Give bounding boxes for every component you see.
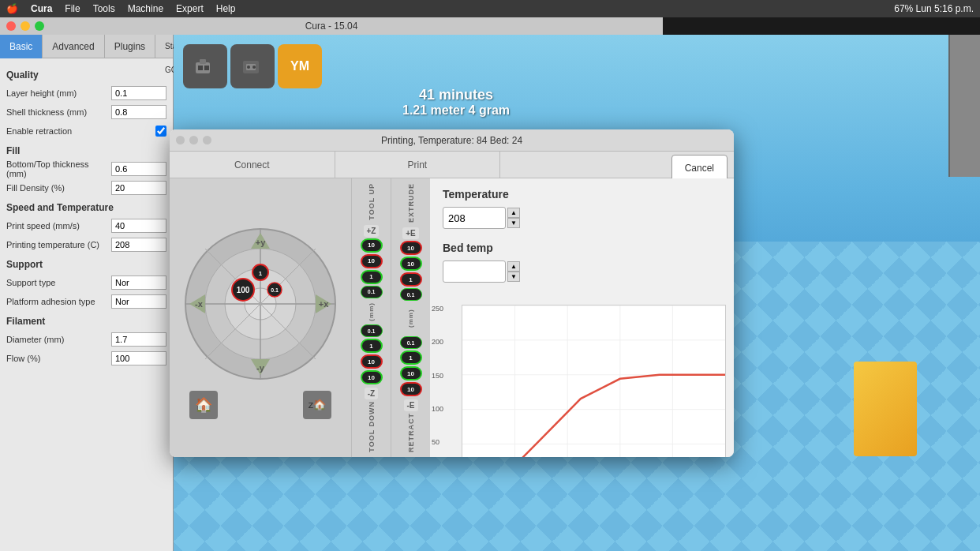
chart: [462, 305, 726, 457]
ret-01-btn[interactable]: 0.1: [400, 336, 422, 349]
ret-1-btn[interactable]: 1: [400, 350, 422, 365]
shell-thickness-row: Shell thickness (mm): [0, 103, 173, 122]
temperature-input[interactable]: [443, 207, 506, 229]
printing-dialog[interactable]: Printing, Temperature: 84 Bed: 24 Connec…: [170, 129, 734, 457]
print-button[interactable]: Print: [335, 152, 501, 178]
modal-maximize[interactable]: [203, 136, 211, 144]
quality-header: Quality: [0, 65, 173, 84]
bed-temp-label: Bed temp: [443, 242, 721, 254]
extrude-up-buttons: 10 10 1 0.1: [400, 241, 422, 301]
support-type-row: Support type: [0, 273, 173, 292]
file-menu[interactable]: File: [65, 3, 80, 14]
shell-thickness-input[interactable]: [111, 105, 166, 119]
layer-height-label: Layer height (mm): [6, 88, 111, 98]
print-speed-input[interactable]: [111, 219, 166, 233]
ext-100-btn[interactable]: 10: [400, 241, 422, 255]
maximize-button[interactable]: [35, 21, 44, 31]
z-step-100-btn[interactable]: 10: [361, 238, 383, 253]
chart-container: 250 200 150 100 50 0: [430, 305, 734, 457]
tab-plugins[interactable]: Plugins: [105, 35, 155, 58]
layer-height-row: Layer height (mm): [0, 84, 173, 103]
apple-menu[interactable]: 🍎: [6, 3, 18, 14]
svg-rect-1: [200, 59, 206, 64]
machine-menu[interactable]: Machine: [128, 3, 163, 14]
home-buttons: 🏠 z🏠: [181, 391, 339, 419]
print-speed-row: Print speed (mm/s): [0, 216, 173, 235]
mm-label-z: (mm): [368, 300, 375, 324]
temp-spin-up[interactable]: ▲: [507, 208, 520, 218]
chart-label-100: 100: [432, 405, 443, 413]
diameter-input[interactable]: [111, 332, 166, 347]
fill-density-input[interactable]: [111, 181, 166, 195]
app-menu[interactable]: Cura: [31, 3, 52, 14]
plus-e-button[interactable]: +E: [402, 227, 419, 239]
tool-icon-1[interactable]: [183, 44, 227, 88]
window-title: Cura - 15.04: [305, 21, 358, 32]
enable-retraction-checkbox[interactable]: [155, 126, 166, 137]
print-temp-input[interactable]: [111, 238, 166, 252]
ext-10-btn[interactable]: 10: [400, 257, 422, 271]
ret-100-btn[interactable]: 10: [400, 382, 422, 396]
minimize-button[interactable]: [21, 21, 30, 31]
close-button[interactable]: [6, 21, 16, 31]
shell-thickness-label: Shell thickness (mm): [6, 107, 111, 117]
right-edge-piece: [948, 35, 980, 177]
z-step-10-btn[interactable]: 10: [361, 254, 383, 268]
ext-1-btn[interactable]: 1: [400, 272, 422, 287]
bed-spin-down[interactable]: ▼: [507, 272, 520, 282]
enable-retraction-row: Enable retraction: [0, 122, 173, 141]
support-type-input[interactable]: [111, 276, 166, 290]
modal-close[interactable]: [176, 136, 185, 144]
support-header: Support: [0, 254, 173, 273]
temperature-spinner: ▲ ▼: [507, 208, 520, 228]
jog-wheel[interactable]: +y -y +x -x 100 1 0.1: [181, 225, 339, 383]
temp-spin-down[interactable]: ▼: [507, 218, 520, 228]
z-home-button[interactable]: z🏠: [303, 391, 331, 419]
home-button[interactable]: 🏠: [189, 391, 218, 419]
tab-advanced[interactable]: Advanced: [43, 35, 104, 58]
speed-header: Speed and Temperature: [0, 197, 173, 216]
minus-z-button[interactable]: -Z: [365, 388, 378, 399]
layer-height-input[interactable]: [111, 86, 166, 100]
3d-object: [854, 362, 917, 456]
support-type-label: Support type: [6, 278, 111, 287]
tool-icon-ym[interactable]: YM: [278, 44, 322, 88]
cancel-button[interactable]: Cancel: [671, 155, 728, 182]
ret-10-btn[interactable]: 10: [400, 366, 422, 380]
z-step-01-btn[interactable]: 0.1: [361, 286, 383, 298]
bed-spin-up[interactable]: ▲: [507, 261, 520, 272]
print-material: 1.21 meter 4 gram: [402, 103, 510, 118]
z-dn-1-btn[interactable]: 1: [361, 339, 383, 353]
tool-icon-2[interactable]: [230, 44, 275, 88]
flow-row: Flow (%): [0, 349, 173, 368]
expert-menu[interactable]: Expert: [176, 3, 204, 14]
z-step-up-buttons: 10 10 1 0.1: [361, 238, 383, 298]
tools-menu[interactable]: Tools: [93, 3, 115, 14]
z-step-1-btn[interactable]: 1: [361, 270, 383, 284]
help-menu[interactable]: Help: [216, 3, 236, 14]
connect-button[interactable]: Connect: [170, 152, 335, 178]
chart-label-150: 150: [432, 372, 443, 380]
extrude-controls: EXTRUDE +E 10 10 1 0.1 (mm) 0.1 1 10 10 …: [391, 178, 430, 457]
tab-basic[interactable]: Basic: [0, 35, 43, 58]
modal-minimize[interactable]: [189, 136, 198, 144]
enable-retraction-label: Enable retraction: [6, 126, 155, 136]
svg-text:1: 1: [259, 270, 263, 277]
tool-up-label: TOOL UP: [368, 183, 376, 220]
bed-temp-input[interactable]: [443, 261, 506, 283]
z-dn-10-btn[interactable]: 10: [361, 354, 383, 369]
menubar: 🍎 Cura File Tools Machine Expert Help 67…: [0, 0, 980, 17]
ym-label: YM: [290, 59, 309, 73]
flow-input[interactable]: [111, 351, 166, 365]
settings-panel: Basic Advanced Plugins Start/End-GCode Q…: [0, 35, 174, 551]
minus-e-button[interactable]: -E: [404, 399, 418, 411]
z-dn-100-btn[interactable]: 10: [361, 370, 383, 384]
platform-adhesion-input[interactable]: [111, 294, 166, 309]
plus-z-button[interactable]: +Z: [364, 225, 380, 237]
svg-text:+y: +y: [256, 238, 266, 247]
ext-01-btn[interactable]: 0.1: [400, 288, 422, 301]
chart-label-200: 200: [432, 338, 443, 346]
z-step-down-buttons: 0.1 1 10 10: [361, 324, 383, 384]
bottom-top-input[interactable]: [111, 162, 166, 176]
z-dn-01-btn[interactable]: 0.1: [361, 324, 383, 337]
